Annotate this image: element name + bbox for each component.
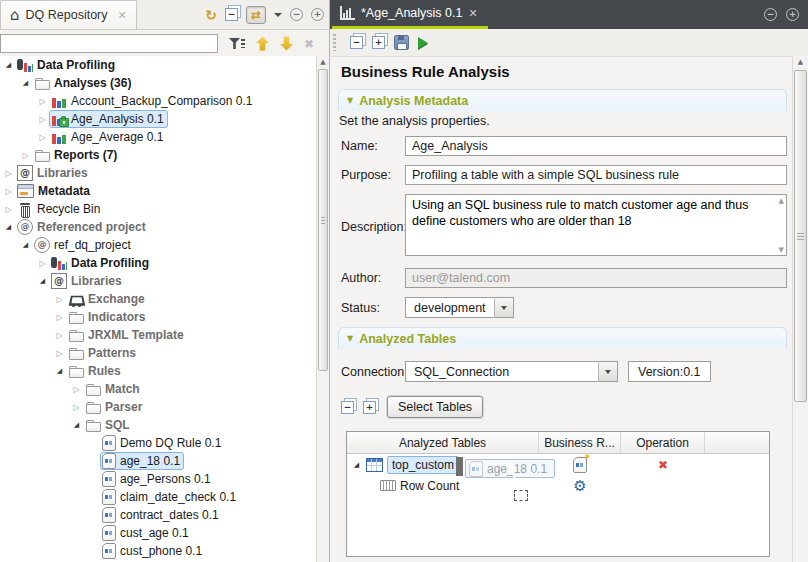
table-row[interactable]: Row Count ⚙: [347, 475, 769, 496]
column-analyzed-tables[interactable]: Analyzed Tables: [347, 432, 539, 453]
scrollbar-thumb[interactable]: [318, 69, 328, 371]
tab-age-analysis[interactable]: *Age_Analysis 0.1 ✕: [332, 0, 488, 29]
status-dropdown[interactable]: development: [405, 297, 514, 318]
toolbar-drag-handle[interactable]: [333, 34, 336, 51]
refresh-icon[interactable]: ↻: [205, 7, 217, 23]
tree-item-data-profiling[interactable]: ◢Data Profiling: [0, 56, 317, 74]
expand-arrow-icon[interactable]: ▷: [36, 115, 49, 124]
collapse-all-sections-icon[interactable]: −: [350, 36, 363, 49]
tree-item-jrxml-template[interactable]: ▷JRXML Template: [0, 326, 317, 344]
maximize-icon[interactable]: +: [786, 8, 799, 21]
collapse-arrow-icon[interactable]: ◢: [2, 223, 15, 231]
expand-arrow-icon[interactable]: ▷: [2, 169, 15, 178]
tree-item-age-18-0-1[interactable]: age_18 0.1: [0, 452, 317, 470]
column-business-rule[interactable]: Business R...: [539, 432, 621, 453]
tree-item-contract-dates-0-1[interactable]: contract_dates 0.1: [0, 506, 317, 524]
minimize-icon[interactable]: −: [764, 8, 777, 21]
collapse-arrow-icon[interactable]: ◢: [19, 241, 32, 249]
tree-item-patterns[interactable]: ▷Patterns: [0, 344, 317, 362]
collapse-all-icon[interactable]: −: [341, 401, 354, 414]
maximize-icon[interactable]: +: [311, 8, 324, 21]
expand-arrow-icon[interactable]: ▷: [36, 133, 49, 142]
tree-item-data-profiling[interactable]: ▷Data Profiling: [0, 254, 317, 272]
tree-item-age-analysis-0-1[interactable]: ▷Age_Analysis 0.1: [0, 110, 317, 128]
tree-item-age-persons-0-1[interactable]: age_Persons 0.1: [0, 470, 317, 488]
scroll-up-icon[interactable]: ▲: [779, 197, 784, 205]
collapse-arrow-icon[interactable]: ◢: [53, 367, 66, 375]
tree-item-cust-phone-0-1[interactable]: cust_phone 0.1: [0, 542, 317, 560]
link-with-editor-button[interactable]: ⇄: [246, 6, 266, 24]
expand-arrow-icon[interactable]: ▷: [53, 349, 66, 358]
scrollbar-thumb[interactable]: [794, 70, 807, 402]
dropdown-arrow-icon[interactable]: [494, 298, 513, 317]
section-analysis-metadata[interactable]: ▼ Analysis Metadata: [338, 89, 787, 111]
filter-funnel-icon[interactable]: [229, 38, 245, 49]
name-field[interactable]: Age_Analysis: [405, 136, 787, 156]
attach-business-rule-icon[interactable]: [573, 457, 587, 473]
clear-filter-icon[interactable]: ✖: [304, 37, 314, 51]
filter-input[interactable]: [0, 34, 218, 53]
expand-arrow-icon[interactable]: ▷: [19, 151, 32, 160]
tree-item-exchange[interactable]: ▷Exchange: [0, 290, 317, 308]
scroll-up-icon[interactable]: ▲: [317, 58, 329, 66]
tree-item-reports-7-[interactable]: ▷Reports (7): [0, 146, 317, 164]
collapse-arrow-icon[interactable]: ◢: [19, 79, 32, 87]
tree-item-age-average-0-1[interactable]: ▷Age_Average 0.1: [0, 128, 317, 146]
tree-item-match[interactable]: ▷Match: [0, 380, 317, 398]
tree-item-libraries[interactable]: ▷@Libraries: [0, 164, 317, 182]
collapse-arrow-icon[interactable]: ◢: [70, 421, 83, 429]
move-up-icon[interactable]: [256, 37, 269, 51]
expand-all-icon[interactable]: +: [363, 401, 376, 414]
save-icon[interactable]: [394, 35, 409, 50]
column-operation[interactable]: Operation: [621, 432, 705, 453]
gear-icon[interactable]: ⚙: [572, 478, 588, 494]
section-analyzed-tables[interactable]: ▼ Analyzed Tables: [338, 327, 787, 349]
tree-item-recycle-bin[interactable]: ▷Recycle Bin: [0, 200, 317, 218]
collapse-arrow-icon[interactable]: ◢: [2, 61, 15, 69]
tree-item-libraries[interactable]: ◢@Libraries: [0, 272, 317, 290]
tree-item-account-backup-comparison-0-1[interactable]: ▷Account_Backup_Comparison 0.1: [0, 92, 317, 110]
scroll-down-icon[interactable]: ▼: [779, 246, 784, 254]
tree-item-metadata[interactable]: ▷Metadata: [0, 182, 317, 200]
editor-scrollbar[interactable]: ▲: [792, 56, 808, 562]
collapse-all-icon[interactable]: −: [225, 8, 238, 21]
move-down-icon[interactable]: [280, 37, 293, 51]
table-row[interactable]: ◢ top_custom ✖: [347, 454, 769, 475]
scroll-up-icon[interactable]: ▲: [793, 58, 808, 66]
tree-item-sql[interactable]: ◢SQL: [0, 416, 317, 434]
tree-item-cust-age-0-1[interactable]: cust_age 0.1: [0, 524, 317, 542]
purpose-field[interactable]: Profiling a table with a simple SQL busi…: [405, 165, 787, 185]
expand-arrow-icon[interactable]: ▷: [36, 259, 49, 268]
close-icon[interactable]: ✕: [468, 8, 477, 19]
connection-dropdown[interactable]: SQL_Connection: [405, 361, 618, 382]
table-name-selected[interactable]: top_custom: [387, 456, 459, 474]
tree-item-claim-date-check-0-1[interactable]: claim_date_check 0.1: [0, 488, 317, 506]
run-analysis-icon[interactable]: [418, 37, 428, 49]
expand-arrow-icon[interactable]: ▷: [53, 331, 66, 340]
expand-arrow-icon[interactable]: ▷: [53, 295, 66, 304]
tree-item-referenced-project[interactable]: ◢@Referenced project: [0, 218, 317, 236]
close-icon[interactable]: ✕: [118, 10, 127, 21]
tree-item-analyses-36-[interactable]: ◢Analyses (36): [0, 74, 317, 92]
section-collapse-icon[interactable]: ▼: [347, 96, 353, 105]
minimize-icon[interactable]: −: [290, 8, 303, 21]
delete-icon[interactable]: ✖: [655, 457, 671, 473]
expand-arrow-icon[interactable]: ▷: [70, 385, 83, 394]
description-field[interactable]: Using an SQL business rule to match cust…: [405, 194, 787, 256]
expand-arrow-icon[interactable]: ▷: [2, 205, 15, 214]
dropdown-arrow-icon[interactable]: [598, 362, 617, 381]
tab-dq-repository[interactable]: ⌂ DQ Repository ✕: [0, 0, 137, 29]
tree-item-indicators[interactable]: ▷Indicators: [0, 308, 317, 326]
view-menu-icon[interactable]: [274, 13, 282, 17]
collapse-arrow-icon[interactable]: ◢: [350, 461, 363, 469]
expand-all-sections-icon[interactable]: +: [372, 36, 385, 49]
tree-item-rules[interactable]: ◢Rules: [0, 362, 317, 380]
tree-item-demo-dq-rule-0-1[interactable]: Demo DQ Rule 0.1: [0, 434, 317, 452]
tree-item-ref-dq-project[interactable]: ◢@ref_dq_project: [0, 236, 317, 254]
collapse-arrow-icon[interactable]: ◢: [36, 277, 49, 285]
section-collapse-icon[interactable]: ▼: [347, 334, 353, 343]
expand-arrow-icon[interactable]: ▷: [70, 403, 83, 412]
expand-arrow-icon[interactable]: ▷: [2, 187, 15, 196]
tree-scrollbar[interactable]: ▲: [316, 56, 329, 562]
expand-arrow-icon[interactable]: ▷: [36, 97, 49, 106]
